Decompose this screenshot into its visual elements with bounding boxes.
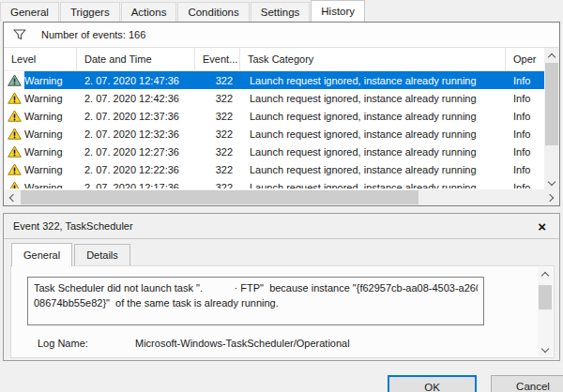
log-name-value: Microsoft-Windows-TaskScheduler/Operatio… (135, 338, 350, 349)
warning-icon (4, 71, 24, 89)
scroll-down-icon[interactable] (544, 175, 559, 190)
event-level: Warning (24, 128, 63, 140)
cancel-button[interactable]: Cancel (491, 375, 563, 392)
filter-funnel-icon (13, 29, 26, 40)
event-task-category: Launch request ignored, instance already… (240, 128, 506, 140)
event-description-line: Task Scheduler did not launch task ". · … (34, 281, 478, 296)
event-date-time: 2. 07. 2020 12:32:36 (77, 128, 195, 140)
event-id: 322 (195, 93, 240, 104)
event-id: 322 (195, 128, 240, 140)
vertical-scroll-thumb[interactable] (545, 63, 558, 145)
event-date-time: 2. 07. 2020 12:17:36 (77, 182, 195, 189)
event-operational-code: Info (506, 146, 544, 158)
tab-settings[interactable]: Settings (251, 2, 311, 22)
event-level: Warning (24, 182, 63, 189)
event-rows: Warning 2. 07. 2020 12:47:36 322 Launch … (4, 71, 544, 188)
warning-icon (4, 89, 24, 107)
property-tabs: General Triggers Actions Conditions Sett… (0, 0, 563, 22)
details-tab-details[interactable]: Details (74, 244, 130, 265)
event-row[interactable]: Warning 2. 07. 2020 12:17:36 322 Launch … (4, 178, 544, 188)
event-operational-code: Info (506, 111, 544, 122)
tab-triggers[interactable]: Triggers (60, 2, 120, 22)
event-row[interactable]: Warning 2. 07. 2020 12:37:36 322 Launch … (4, 107, 544, 125)
event-row[interactable]: Warning 2. 07. 2020 12:27:36 322 Launch … (4, 143, 544, 160)
event-id: 322 (195, 146, 240, 158)
event-operational-code: Info (506, 164, 544, 175)
event-date-time: 2. 07. 2020 12:37:36 (77, 111, 195, 122)
column-header-level[interactable]: Level (4, 48, 77, 70)
event-date-time: 2. 07. 2020 12:27:36 (77, 146, 195, 158)
event-level: Warning (24, 164, 63, 175)
details-scroll-thumb[interactable] (539, 285, 552, 309)
event-details-pane: Event 322, TaskScheduler × General Detai… (3, 213, 560, 361)
event-list-header: Level Date and Time Event... Task Catego… (4, 48, 544, 71)
scroll-up-icon[interactable] (544, 48, 559, 63)
log-name-row: Log Name: Microsoft-Windows-TaskSchedule… (38, 338, 350, 349)
scroll-right-icon[interactable] (543, 189, 559, 205)
event-level: Warning (24, 111, 63, 122)
event-date-time: 2. 07. 2020 12:42:36 (77, 93, 195, 104)
column-header-event-id[interactable]: Event... (195, 48, 240, 70)
event-date-time: 2. 07. 2020 12:47:36 (77, 75, 195, 86)
event-row[interactable]: Warning 2. 07. 2020 12:32:36 322 Launch … (4, 125, 544, 143)
warning-icon (4, 125, 24, 143)
event-operational-code: Info (506, 182, 544, 189)
details-title: Event 322, TaskScheduler (13, 220, 534, 232)
event-task-category: Launch request ignored, instance already… (240, 111, 506, 122)
event-list-horizontal-scrollbar[interactable] (4, 189, 559, 205)
close-icon[interactable]: × (534, 219, 550, 234)
event-task-category: Launch request ignored, instance already… (240, 93, 506, 104)
event-list-vertical-scrollbar[interactable] (544, 48, 559, 190)
event-id: 322 (195, 75, 240, 86)
scroll-left-icon[interactable] (4, 189, 20, 205)
column-header-operational-code[interactable]: Oper (506, 48, 544, 70)
event-description-box: Task Scheduler did not launch task ". · … (27, 277, 484, 325)
tab-history[interactable]: History (311, 0, 365, 22)
warning-icon (4, 143, 24, 160)
event-operational-code: Info (506, 75, 544, 86)
tab-actions[interactable]: Actions (121, 2, 177, 22)
event-task-category: Launch request ignored, instance already… (240, 182, 506, 189)
event-task-category: Launch request ignored, instance already… (240, 164, 506, 175)
event-level: Warning (24, 93, 63, 104)
event-description-line: 08674bb55e82}" of the same task is alrea… (34, 296, 478, 311)
event-id: 322 (195, 111, 240, 122)
details-title-bar: Event 322, TaskScheduler × (4, 214, 559, 239)
event-operational-code: Info (506, 128, 544, 140)
details-vertical-scrollbar[interactable] (538, 267, 553, 356)
log-name-label: Log Name: (38, 338, 135, 349)
event-operational-code: Info (506, 93, 544, 104)
event-task-category: Launch request ignored, instance already… (240, 75, 506, 86)
details-tab-general[interactable]: General (11, 243, 72, 266)
column-header-task-category[interactable]: Task Category (240, 48, 506, 70)
details-tabs: General Details (4, 239, 559, 265)
tab-conditions[interactable]: Conditions (177, 2, 249, 22)
event-id: 322 (195, 164, 240, 175)
event-level: Warning (24, 75, 63, 86)
warning-icon (4, 107, 24, 125)
event-level: Warning (24, 146, 63, 158)
column-header-date-and-time[interactable]: Date and Time (77, 48, 195, 70)
event-row[interactable]: Warning 2. 07. 2020 12:22:36 322 Launch … (4, 160, 544, 178)
details-general-content: Task Scheduler did not launch task ". · … (10, 265, 555, 358)
events-count-label: Number of events: 166 (41, 29, 145, 40)
horizontal-scroll-thumb[interactable] (21, 190, 418, 204)
event-row[interactable]: Warning 2. 07. 2020 12:47:36 322 Launch … (4, 71, 544, 89)
ok-button[interactable]: OK (388, 375, 477, 392)
event-row[interactable]: Warning 2. 07. 2020 12:42:36 322 Launch … (4, 89, 544, 107)
event-task-category: Launch request ignored, instance already… (240, 146, 506, 158)
filter-bar[interactable]: Number of events: 166 (4, 23, 559, 48)
events-panel: Number of events: 166 Level Date and Tim… (3, 22, 560, 206)
scroll-down-icon[interactable] (538, 342, 553, 356)
warning-icon (4, 160, 24, 178)
warning-icon (4, 178, 24, 188)
scroll-up-icon[interactable] (538, 267, 553, 281)
tab-general[interactable]: General (0, 2, 59, 22)
event-id: 322 (195, 182, 240, 189)
event-date-time: 2. 07. 2020 12:22:36 (77, 164, 195, 175)
